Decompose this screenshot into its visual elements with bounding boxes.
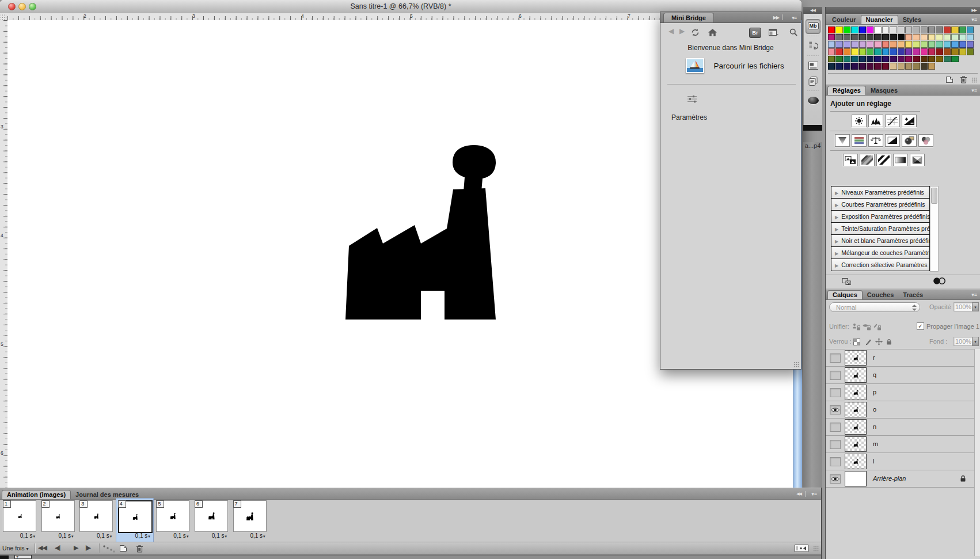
blend-mode-select[interactable]: Normal bbox=[829, 302, 920, 312]
collapse-panel-icon[interactable]: ▶▶ bbox=[773, 15, 779, 20]
color-swatch[interactable] bbox=[928, 34, 935, 41]
color-swatch[interactable] bbox=[898, 63, 905, 70]
color-swatch[interactable] bbox=[921, 48, 928, 55]
visibility-toggle[interactable] bbox=[830, 440, 841, 449]
lock-all-icon[interactable] bbox=[886, 337, 892, 348]
dropdown-icon[interactable]: ▾ bbox=[263, 534, 265, 538]
panel-view-icon[interactable] bbox=[769, 28, 778, 39]
preset-group-exposition-param-tres-pr[interactable]: ▶Exposition Paramètres prédéfinis bbox=[831, 211, 929, 223]
color-swatch[interactable] bbox=[828, 56, 835, 63]
color-swatch[interactable] bbox=[890, 63, 897, 70]
visibility-toggle[interactable] bbox=[830, 371, 841, 380]
layer-thumbnail[interactable] bbox=[845, 402, 867, 417]
propagate-checkbox[interactable]: ✓ bbox=[917, 322, 924, 330]
color-swatch[interactable] bbox=[959, 26, 966, 33]
color-swatch[interactable] bbox=[890, 41, 897, 48]
color-swatch[interactable] bbox=[844, 56, 850, 63]
color-swatch[interactable] bbox=[898, 41, 905, 48]
drag-handle[interactable] bbox=[807, 35, 819, 37]
dropdown-icon[interactable]: ▾ bbox=[33, 534, 35, 538]
adjustments-tab-masques[interactable]: Masques bbox=[866, 86, 902, 95]
mini-bridge-tab[interactable]: Mini Bridge bbox=[663, 13, 714, 22]
color-swatch[interactable] bbox=[874, 56, 881, 63]
frame-delay-select[interactable]: 0,1 s▾ bbox=[97, 533, 112, 539]
search-icon[interactable] bbox=[789, 28, 797, 39]
color-balance-icon[interactable] bbox=[868, 134, 883, 147]
color-swatch[interactable] bbox=[867, 56, 873, 63]
color-swatch[interactable] bbox=[921, 26, 928, 33]
browse-files-row[interactable]: Parcourir les fichiers bbox=[686, 58, 784, 74]
color-swatch[interactable] bbox=[859, 63, 866, 70]
bridge-button[interactable]: Br bbox=[749, 28, 761, 38]
lock-pixels-icon[interactable] bbox=[865, 337, 872, 348]
layers-scrollbar[interactable] bbox=[974, 349, 980, 556]
color-swatch[interactable] bbox=[944, 34, 951, 41]
frame-delay-select[interactable]: 0,1 s▾ bbox=[212, 533, 227, 539]
layer-thumbnail[interactable] bbox=[845, 350, 867, 366]
color-swatch[interactable] bbox=[913, 41, 920, 48]
color-swatch[interactable] bbox=[844, 26, 850, 33]
resize-grip[interactable] bbox=[971, 77, 978, 83]
preset-group-courbes-param-tres-pr-d-[interactable]: ▶Courbes Paramètres prédéfinis bbox=[831, 199, 929, 211]
color-swatch[interactable] bbox=[944, 41, 951, 48]
layer-name[interactable]: o bbox=[873, 406, 876, 413]
disclosure-triangle-icon[interactable]: ▶ bbox=[835, 191, 838, 196]
disclosure-triangle-icon[interactable]: ▶ bbox=[835, 251, 838, 256]
exposure-icon[interactable] bbox=[902, 115, 917, 127]
resize-grip[interactable] bbox=[813, 546, 819, 552]
layer-name[interactable]: m bbox=[873, 440, 878, 447]
layer-row-n[interactable]: n bbox=[826, 419, 975, 436]
vertical-ruler[interactable]: 3456 bbox=[0, 20, 8, 488]
color-swatch[interactable] bbox=[951, 48, 958, 55]
delete-frame-button[interactable] bbox=[136, 545, 143, 553]
layer-row-r[interactable]: r bbox=[826, 349, 975, 367]
animation-frame-2[interactable]: 20,1 s▾ bbox=[40, 499, 77, 542]
color-swatch[interactable] bbox=[944, 48, 951, 55]
hue-saturation-icon[interactable] bbox=[852, 134, 867, 147]
color-swatch[interactable] bbox=[951, 26, 958, 33]
color-swatch[interactable] bbox=[882, 34, 889, 41]
layer-row-o[interactable]: o bbox=[826, 401, 975, 419]
dropdown-icon[interactable]: ▾ bbox=[148, 534, 150, 538]
frame-delay-select[interactable]: 0,1 s▾ bbox=[135, 533, 150, 539]
adjustments-tab-r-glages[interactable]: Réglages bbox=[827, 86, 866, 95]
visibility-eye-icon[interactable] bbox=[830, 405, 841, 415]
layer-thumbnail[interactable] bbox=[845, 471, 867, 486]
next-frame-button[interactable]: |▶ bbox=[85, 544, 90, 552]
color-swatch[interactable] bbox=[867, 48, 873, 55]
opacity-dropdown-icon[interactable]: ▾ bbox=[972, 302, 979, 311]
animation-frame-1[interactable]: 10,1 s▾ bbox=[1, 499, 38, 542]
color-swatch[interactable] bbox=[913, 63, 920, 70]
color-swatch[interactable] bbox=[921, 63, 928, 70]
layer-name[interactable]: p bbox=[873, 389, 876, 396]
visibility-toggle[interactable] bbox=[830, 353, 841, 363]
unify-style-icon[interactable] bbox=[873, 322, 882, 333]
color-swatch[interactable] bbox=[859, 34, 866, 41]
color-swatch[interactable] bbox=[959, 41, 966, 48]
collapse-dock-icon[interactable]: ◀◀ bbox=[803, 7, 822, 14]
swatches-tab-nuancier[interactable]: Nuancier bbox=[861, 15, 898, 24]
color-swatch[interactable] bbox=[867, 63, 873, 70]
sphere-button[interactable] bbox=[806, 93, 821, 108]
color-swatch[interactable] bbox=[835, 63, 842, 70]
frame-delay-select[interactable]: 0,1 s▾ bbox=[173, 533, 188, 539]
stepper-icon[interactable] bbox=[912, 305, 917, 311]
color-swatch[interactable] bbox=[867, 41, 873, 48]
color-swatch[interactable] bbox=[851, 56, 858, 63]
preset-group-teinte-saturation-param-[interactable]: ▶Teinte/Saturation Paramètres pré... bbox=[831, 223, 929, 235]
settings-sliders-icon[interactable] bbox=[687, 94, 697, 106]
color-swatch[interactable] bbox=[928, 41, 935, 48]
opacity-value[interactable]: 100% bbox=[954, 302, 973, 311]
color-swatch[interactable] bbox=[844, 63, 850, 70]
layer-thumbnail[interactable] bbox=[845, 436, 867, 452]
color-swatch[interactable] bbox=[844, 48, 850, 55]
disclosure-triangle-icon[interactable]: ▶ bbox=[835, 227, 838, 232]
color-swatch[interactable] bbox=[874, 63, 881, 70]
fill-value[interactable]: 100% bbox=[954, 337, 973, 346]
color-swatch[interactable] bbox=[951, 56, 958, 63]
color-swatch[interactable] bbox=[828, 63, 835, 70]
layer-row-q[interactable]: q bbox=[826, 367, 975, 384]
animation-frame-3[interactable]: 30,1 s▾ bbox=[78, 499, 115, 542]
black-white-icon[interactable] bbox=[885, 134, 900, 147]
invert-icon[interactable] bbox=[843, 154, 858, 166]
